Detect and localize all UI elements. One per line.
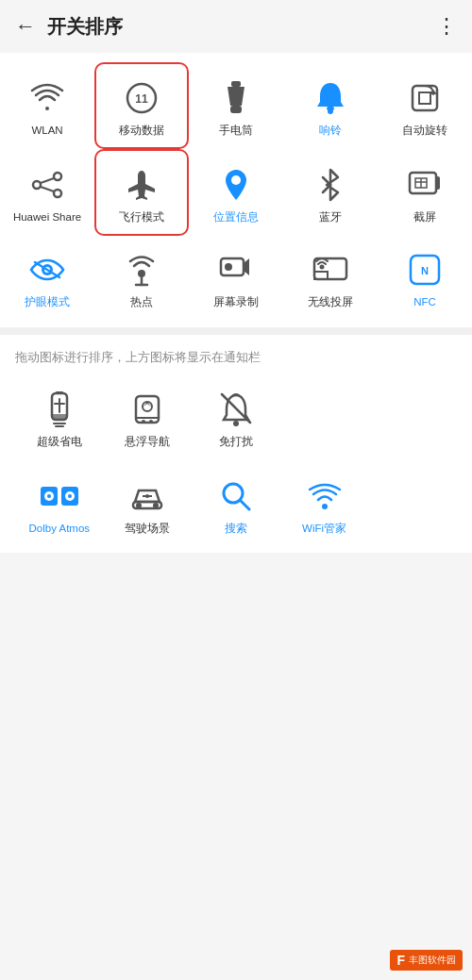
svg-point-9 xyxy=(33,181,41,189)
flashlight-icon xyxy=(215,77,257,119)
grid-item-eye-comfort[interactable]: 护眼模式 xyxy=(0,236,94,319)
wireless-display-label: 无线投屏 xyxy=(308,296,353,309)
drive-scene-icon xyxy=(126,475,168,517)
grid-item-wlan[interactable]: WLAN xyxy=(0,62,94,149)
hint-section: 拖动图标进行排序，上方图标将显示在通知栏 超级省电 xyxy=(0,335,472,553)
screen-record-label: 屏幕录制 xyxy=(213,296,259,309)
huawei-share-label: Huawei Share xyxy=(13,211,81,224)
svg-line-60 xyxy=(241,501,249,509)
search-icon xyxy=(215,475,257,517)
screenshot-icon xyxy=(404,164,446,206)
grid-item-bluetooth[interactable]: 蓝牙 xyxy=(283,149,378,236)
svg-line-13 xyxy=(41,187,54,191)
hotspot-icon xyxy=(121,249,162,291)
airplane-label: 飞行模式 xyxy=(119,211,164,224)
grid-item-drive-scene[interactable]: 驾驶场景 xyxy=(104,462,193,545)
hint-text: 拖动图标进行排序，上方图标将显示在通知栏 xyxy=(15,350,457,366)
svg-rect-36 xyxy=(56,391,63,394)
grid-item-screenshot[interactable]: 截屏 xyxy=(378,149,472,236)
section-divider xyxy=(0,327,472,335)
bluetooth-icon xyxy=(310,164,351,206)
svg-point-55 xyxy=(136,503,142,508)
svg-point-46 xyxy=(233,421,239,426)
svg-point-29 xyxy=(225,263,232,271)
svg-point-10 xyxy=(54,173,61,180)
nfc-icon: N xyxy=(404,249,446,291)
svg-marker-3 xyxy=(228,87,244,106)
eye-comfort-icon xyxy=(26,249,68,291)
dolby-atmos-label: Dolby Atmos xyxy=(29,523,91,536)
wifi-manager-label: WiFi管家 xyxy=(302,523,346,536)
no-disturb-label: 免打扰 xyxy=(219,436,253,449)
huawei-share-icon xyxy=(26,164,68,206)
svg-point-42 xyxy=(142,420,145,424)
header: ← 开关排序 ⋮ xyxy=(0,0,472,53)
grid-item-search[interactable]: 搜索 xyxy=(192,462,280,545)
grid-item-flashlight[interactable]: 手电筒 xyxy=(189,62,283,149)
grid-item-auto-rotate[interactable]: 自动旋转 xyxy=(378,62,472,149)
header-left: ← 开关排序 xyxy=(15,14,123,40)
svg-rect-2 xyxy=(231,81,241,87)
svg-point-50 xyxy=(47,494,51,498)
wlan-icon xyxy=(26,77,68,119)
no-disturb-icon xyxy=(215,389,257,430)
svg-point-32 xyxy=(320,264,325,269)
svg-rect-39 xyxy=(52,414,67,420)
svg-point-56 xyxy=(153,503,159,508)
watermark-logo: F xyxy=(396,953,405,968)
grid-item-super-save[interactable]: 超级省电 xyxy=(15,375,104,458)
search-label: 搜索 xyxy=(225,523,247,536)
svg-point-53 xyxy=(68,494,72,498)
svg-point-14 xyxy=(231,175,241,185)
hotspot-label: 热点 xyxy=(130,296,153,309)
page-title: 开关排序 xyxy=(47,14,123,40)
float-nav-label: 悬浮导航 xyxy=(125,436,170,449)
bottom-grid-2: Dolby Atmos 驾驶场景 xyxy=(15,462,457,545)
eye-comfort-label: 护眼模式 xyxy=(25,296,70,309)
grid-item-location[interactable]: 位置信息 xyxy=(189,149,283,236)
screen-record-icon xyxy=(215,249,257,291)
bluetooth-label: 蓝牙 xyxy=(319,211,342,224)
location-label: 位置信息 xyxy=(213,211,259,224)
airplane-icon xyxy=(121,164,162,206)
grid-item-huawei-share[interactable]: Huawei Share xyxy=(0,149,94,236)
mobile-data-icon: 11 xyxy=(121,77,162,119)
svg-rect-18 xyxy=(436,176,440,190)
grid-item-ringtone[interactable]: 响铃 xyxy=(283,62,378,149)
grid-item-screen-record[interactable]: 屏幕录制 xyxy=(189,236,283,319)
flashlight-label: 手电筒 xyxy=(219,125,253,138)
wifi-manager-icon xyxy=(304,475,346,517)
svg-point-6 xyxy=(328,108,333,114)
grid-item-float-nav[interactable]: 悬浮导航 xyxy=(104,375,193,458)
grid-item-dolby-atmos[interactable]: Dolby Atmos xyxy=(15,462,104,545)
svg-point-43 xyxy=(149,420,153,424)
back-button[interactable]: ← xyxy=(15,14,36,39)
svg-text:N: N xyxy=(421,265,429,276)
watermark-name: 丰图软件园 xyxy=(409,954,456,967)
svg-point-58 xyxy=(145,494,149,498)
mobile-data-label: 移动数据 xyxy=(119,125,164,138)
svg-point-11 xyxy=(54,190,61,197)
watermark: F 丰图软件园 xyxy=(390,950,463,971)
grid-item-nfc[interactable]: N NFC xyxy=(378,236,472,319)
grid-item-wifi-manager[interactable]: WiFi管家 xyxy=(280,462,369,545)
nfc-label: NFC xyxy=(413,296,436,309)
grid-item-mobile-data[interactable]: 11 移动数据 xyxy=(94,62,189,149)
grid-item-hotspot[interactable]: 热点 xyxy=(94,236,189,319)
grid-item-no-disturb[interactable]: 免打扰 xyxy=(192,375,280,458)
top-section: WLAN 11 移动数据 手电筒 xyxy=(0,53,472,327)
dolby-atmos-icon xyxy=(39,475,80,517)
wlan-label: WLAN xyxy=(31,125,62,138)
grid-item-airplane[interactable]: 飞行模式 xyxy=(94,149,189,236)
auto-rotate-label: 自动旋转 xyxy=(402,125,447,138)
top-grid: WLAN 11 移动数据 手电筒 xyxy=(0,62,472,318)
svg-line-12 xyxy=(41,178,54,183)
super-save-label: 超级省电 xyxy=(37,436,82,449)
svg-rect-4 xyxy=(230,106,242,113)
ringtone-icon xyxy=(310,77,351,119)
ringtone-label: 响铃 xyxy=(319,125,342,138)
grid-item-wireless-display[interactable]: 无线投屏 xyxy=(283,236,378,319)
more-button[interactable]: ⋮ xyxy=(436,14,457,39)
svg-text:11: 11 xyxy=(135,92,148,106)
auto-rotate-icon xyxy=(404,77,446,119)
